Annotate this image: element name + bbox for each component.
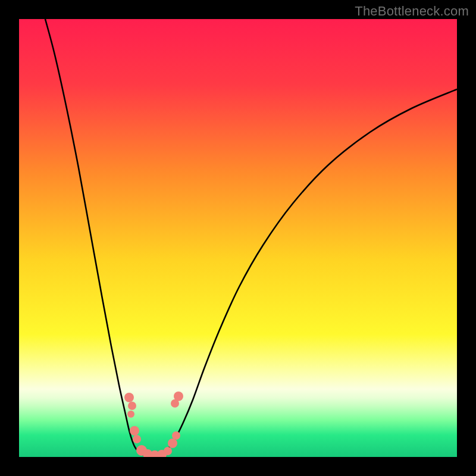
chart-marker: [127, 411, 134, 418]
chart-plot-area: [19, 19, 457, 457]
chart-marker: [164, 447, 172, 455]
chart-marker: [124, 393, 134, 402]
chart-marker: [130, 426, 139, 436]
chart-svg: [19, 19, 457, 457]
chart-marker: [168, 439, 177, 448]
chart-marker: [174, 392, 183, 401]
chart-marker: [133, 435, 141, 443]
chart-marker: [172, 431, 180, 440]
chart-background: [19, 19, 457, 457]
watermark-text: TheBottleneck.com: [355, 4, 469, 19]
chart-marker: [128, 402, 136, 410]
